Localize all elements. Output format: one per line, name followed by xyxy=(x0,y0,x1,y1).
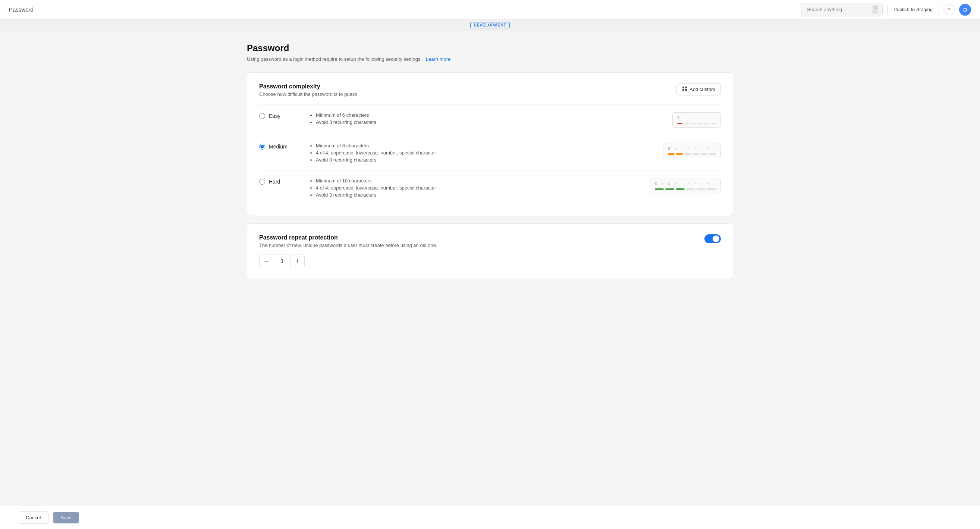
hard-bullet-1: 4 of 4: uppercase, lowercase, number, sp… xyxy=(316,185,644,191)
grid-icon xyxy=(682,86,687,92)
hbar-1 xyxy=(655,188,664,190)
avatar[interactable]: D xyxy=(959,4,971,16)
complexity-option-easy: Easy Minimum of 6 characters Avoid 3 rec… xyxy=(259,104,721,135)
bar-6 xyxy=(711,123,716,124)
hbar-5 xyxy=(697,188,706,190)
search-bar[interactable]: ⌘ K xyxy=(801,3,883,16)
medium-radio[interactable] xyxy=(259,143,265,150)
mbar-5 xyxy=(701,153,708,155)
mbar-1 xyxy=(668,153,675,155)
medium-radio-group: Medium xyxy=(259,143,304,150)
bar-3 xyxy=(690,123,696,124)
add-custom-button[interactable]: Add custom xyxy=(676,83,721,96)
help-button[interactable]: ? xyxy=(943,4,955,15)
repeat-protection-toggle[interactable] xyxy=(705,234,721,243)
hard-strength-box: 0 x x / · · · · · · xyxy=(650,178,721,193)
medium-bullets: Minimum of 8 characters 4 of 4: uppercas… xyxy=(310,143,657,163)
dev-badge-label: DEVELOPMENT xyxy=(470,22,509,28)
repeat-protection-text: Password repeat protection The number of… xyxy=(259,234,438,248)
hbar-2 xyxy=(665,188,674,190)
complexity-title: Password complexity xyxy=(259,83,357,90)
repeat-protection-title: Password repeat protection xyxy=(259,234,438,241)
svg-rect-4 xyxy=(685,89,687,91)
medium-strength: 0 x · · · · · · xyxy=(663,143,721,158)
svg-rect-2 xyxy=(685,86,687,88)
easy-strength-dots: 0 · · · · · xyxy=(677,116,716,121)
complexity-header-text: Password complexity Choose how difficult… xyxy=(259,83,357,97)
add-custom-label: Add custom xyxy=(689,86,715,92)
bar-2 xyxy=(684,123,689,124)
medium-bars xyxy=(668,153,716,155)
medium-strength-dots: 0 x · · · · · · xyxy=(668,146,716,151)
page-title: Password xyxy=(247,43,733,53)
repeat-protection-card: Password repeat protection The number of… xyxy=(247,223,733,279)
hard-bullets: Minimum of 10 characters 4 of 4: upperca… xyxy=(310,178,644,198)
hard-radio[interactable] xyxy=(259,179,265,185)
stepper: − 3 + xyxy=(259,254,305,268)
main-content: Password Using password as a login metho… xyxy=(229,31,751,316)
medium-label: Medium xyxy=(269,143,288,150)
hard-radio-group: Hard xyxy=(259,178,304,185)
complexity-option-hard: Hard Minimum of 10 characters 4 of 4: up… xyxy=(259,170,721,205)
hard-strength: 0 x x / · · · · · · xyxy=(650,178,721,193)
repeat-protection-subtitle: The number of new, unique passwords a us… xyxy=(259,242,438,248)
learn-more-link[interactable]: Learn more xyxy=(426,56,450,62)
easy-bullet-0: Minimum of 6 characters xyxy=(316,112,663,118)
stepper-increment[interactable]: + xyxy=(291,255,304,268)
hbar-6 xyxy=(707,188,716,190)
help-icon: ? xyxy=(948,7,951,13)
complexity-card: Password complexity Choose how difficult… xyxy=(247,72,733,216)
bar-4 xyxy=(697,123,703,124)
page-subtitle-text: Using password as a login method require… xyxy=(247,56,422,62)
easy-strength: 0 · · · · · xyxy=(669,112,721,127)
hard-bars xyxy=(655,188,716,190)
easy-strength-box: 0 · · · · · xyxy=(672,112,721,127)
repeat-protection-header: Password repeat protection The number of… xyxy=(259,234,721,248)
dev-banner: DEVELOPMENT xyxy=(0,19,980,31)
hard-strength-dots: 0 x x / · · · · · · xyxy=(655,181,716,186)
easy-bars xyxy=(677,123,716,124)
hard-label: Hard xyxy=(269,179,280,185)
mbar-3 xyxy=(684,153,691,155)
mbar-2 xyxy=(676,153,683,155)
app-title: Password xyxy=(9,6,33,13)
easy-bullets: Minimum of 6 characters Avoid 3 recurrin… xyxy=(310,112,663,125)
stepper-decrement[interactable]: − xyxy=(259,255,273,268)
toggle-slider xyxy=(705,234,721,243)
complexity-option-medium: Medium Minimum of 8 characters 4 of 4: u… xyxy=(259,135,721,170)
hard-bullet-2: Avoid 3 recurring characters xyxy=(316,192,644,198)
stepper-value: 3 xyxy=(273,255,291,267)
svg-rect-3 xyxy=(682,89,684,91)
medium-bullet-1: 4 of 4: uppercase, lowercase, number, sp… xyxy=(316,150,657,156)
medium-strength-box: 0 x · · · · · · xyxy=(663,143,721,158)
bar-5 xyxy=(704,123,709,124)
easy-bullet-1: Avoid 3 recurring characters xyxy=(316,120,663,125)
complexity-subtitle: Choose how difficult the password is to … xyxy=(259,91,357,97)
header-actions: ⌘ K Publish to Staging ? D xyxy=(801,3,971,16)
complexity-card-header: Password complexity Choose how difficult… xyxy=(259,83,721,97)
easy-radio[interactable] xyxy=(259,113,265,119)
hbar-3 xyxy=(676,188,685,190)
publish-button[interactable]: Publish to Staging xyxy=(887,4,939,15)
mbar-4 xyxy=(692,153,699,155)
hbar-4 xyxy=(686,188,695,190)
page-subtitle: Using password as a login method require… xyxy=(247,56,733,62)
medium-bullet-0: Minimum of 8 characters xyxy=(316,143,657,148)
hard-bullet-0: Minimum of 10 characters xyxy=(316,178,644,183)
easy-label: Easy xyxy=(269,113,280,119)
search-input[interactable] xyxy=(807,7,870,12)
medium-bullet-2: Avoid 3 recurring characters xyxy=(316,157,657,163)
bar-1 xyxy=(677,123,682,124)
app-header: Password ⌘ K Publish to Staging ? D xyxy=(0,0,980,19)
easy-radio-group: Easy xyxy=(259,112,304,119)
search-shortcut: ⌘ K xyxy=(872,5,878,14)
mbar-6 xyxy=(709,153,716,155)
svg-rect-1 xyxy=(682,86,684,88)
